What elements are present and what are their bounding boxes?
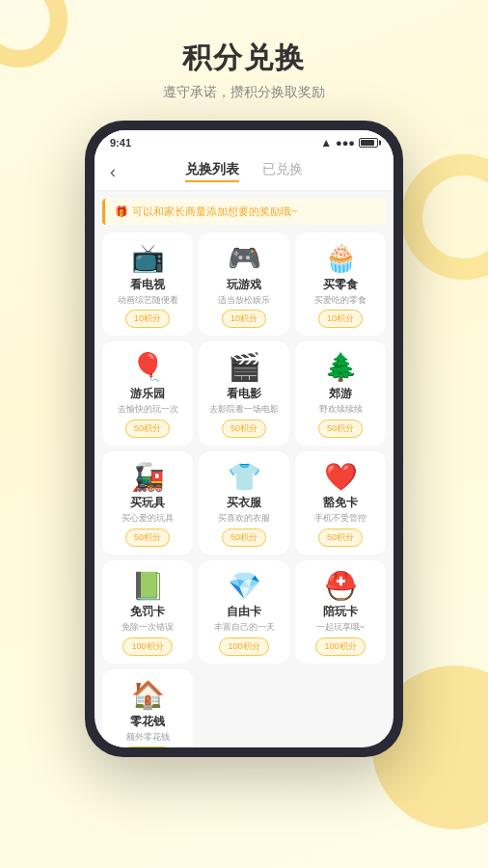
reward-points: 100积分 bbox=[122, 637, 172, 656]
back-button[interactable]: ‹ bbox=[110, 162, 133, 182]
wifi-icon: ▲ bbox=[320, 136, 332, 149]
reward-emoji: ❤️ bbox=[324, 461, 358, 494]
reward-desc: 去愉快的玩一次 bbox=[118, 404, 178, 416]
reward-name: 游乐园 bbox=[130, 386, 165, 402]
reward-name: 郊游 bbox=[329, 386, 352, 402]
reward-desc: 买喜欢的衣服 bbox=[218, 513, 270, 525]
reward-item[interactable]: 🎬 看电影 去影院看一场电影 50积分 bbox=[199, 341, 289, 445]
reward-name: 看电影 bbox=[227, 386, 261, 402]
reward-item[interactable]: 🧁 买零食 买爱吃的零食 10积分 bbox=[295, 232, 386, 336]
page-header: 积分兑换 遵守承诺，攒积分换取奖励 bbox=[163, 39, 325, 101]
bg-circle-right bbox=[401, 154, 488, 280]
reward-name: 买衣服 bbox=[227, 495, 261, 511]
reward-desc: 适当放松娱乐 bbox=[218, 295, 270, 307]
status-bar: 9:41 ▲ ●●● bbox=[95, 130, 393, 153]
reward-emoji: 📺 bbox=[131, 242, 165, 275]
reward-desc: 野欢续续续 bbox=[319, 404, 363, 416]
phone-inner: 9:41 ▲ ●●● ‹ 兑换列表 已兑换 🎁 可以和家长商量添加想要的奖励哦~ bbox=[95, 130, 393, 747]
tip-text: 可以和家长商量添加想要的奖励哦~ bbox=[132, 204, 297, 219]
reward-desc: 一起玩享哦~ bbox=[316, 622, 365, 634]
status-time: 9:41 bbox=[110, 137, 131, 149]
reward-item[interactable]: 🚂 买玩具 买心爱的玩具 50积分 bbox=[102, 451, 193, 555]
reward-desc: 买心爱的玩具 bbox=[122, 513, 174, 525]
reward-name: 豁免卡 bbox=[323, 495, 358, 511]
reward-name: 玩游戏 bbox=[227, 277, 261, 293]
reward-points: 100积分 bbox=[315, 637, 365, 656]
reward-item[interactable]: 🌲 郊游 野欢续续续 50积分 bbox=[295, 341, 386, 445]
reward-desc: 免除一次错误 bbox=[122, 622, 174, 634]
reward-points: 10积分 bbox=[125, 310, 170, 328]
reward-points: 10积分 bbox=[318, 310, 363, 328]
reward-points: 50积分 bbox=[222, 529, 266, 547]
reward-points: 50积分 bbox=[125, 420, 170, 438]
reward-item[interactable]: ❤️ 豁免卡 手机不受管控 50积分 bbox=[295, 451, 386, 555]
reward-emoji: 🚂 bbox=[131, 461, 165, 494]
reward-points: 50积分 bbox=[222, 420, 266, 438]
reward-desc: 手机不受管控 bbox=[314, 513, 366, 525]
reward-points: 50积分 bbox=[318, 529, 363, 547]
bg-circle-top-left bbox=[0, 0, 68, 68]
reward-emoji: ⛑️ bbox=[324, 570, 358, 603]
reward-name: 买玩具 bbox=[130, 495, 165, 511]
rewards-grid: 📺 看电视 动画综艺随便看 10积分 🎮 玩游戏 适当放松娱乐 10积分 🧁 买… bbox=[95, 229, 393, 747]
reward-emoji: 🎬 bbox=[228, 351, 261, 384]
signal-icon: ●●● bbox=[336, 137, 355, 149]
reward-points: 50积分 bbox=[318, 420, 363, 438]
phone-mockup: 9:41 ▲ ●●● ‹ 兑换列表 已兑换 🎁 可以和家长商量添加想要的奖励哦~ bbox=[85, 121, 403, 757]
reward-emoji: 🎮 bbox=[228, 242, 261, 275]
status-icons: ▲ ●●● bbox=[320, 136, 378, 149]
reward-item[interactable]: 👕 买衣服 买喜欢的衣服 50积分 bbox=[199, 451, 289, 555]
reward-emoji: 🧁 bbox=[324, 242, 358, 275]
reward-item[interactable]: 🏠 零花钱 额外零花钱 100积分 bbox=[102, 669, 193, 747]
reward-item[interactable]: 💎 自由卡 丰富自己的一天 100积分 bbox=[199, 560, 289, 664]
reward-item[interactable]: 🎮 玩游戏 适当放松娱乐 10积分 bbox=[199, 232, 289, 336]
reward-points: 50积分 bbox=[125, 529, 170, 547]
reward-name: 看电视 bbox=[130, 277, 165, 293]
reward-desc: 丰富自己的一天 bbox=[214, 622, 275, 634]
reward-points: 100积分 bbox=[122, 746, 172, 747]
reward-name: 自由卡 bbox=[227, 604, 261, 620]
reward-name: 陪玩卡 bbox=[323, 604, 358, 620]
tab-exchange-list[interactable]: 兑换列表 bbox=[185, 161, 239, 182]
reward-emoji: 📗 bbox=[131, 570, 165, 603]
reward-desc: 动画综艺随便看 bbox=[118, 295, 178, 307]
reward-desc: 买爱吃的零食 bbox=[314, 295, 366, 307]
reward-emoji: 🏠 bbox=[131, 679, 165, 712]
tip-icon: 🎁 bbox=[115, 205, 128, 218]
battery-fill bbox=[361, 140, 374, 146]
reward-points: 10积分 bbox=[222, 310, 266, 328]
reward-item[interactable]: 🎈 游乐园 去愉快的玩一次 50积分 bbox=[102, 341, 193, 445]
nav-tabs: 兑换列表 已兑换 bbox=[133, 161, 355, 182]
reward-desc: 去影院看一场电影 bbox=[209, 404, 279, 416]
tip-banner: 🎁 可以和家长商量添加想要的奖励哦~ bbox=[102, 199, 386, 225]
reward-emoji: 💎 bbox=[228, 570, 261, 603]
page-subtitle: 遵守承诺，攒积分换取奖励 bbox=[163, 84, 325, 101]
reward-item[interactable]: 📗 免罚卡 免除一次错误 100积分 bbox=[102, 560, 193, 664]
reward-emoji: 🎈 bbox=[131, 351, 165, 384]
reward-name: 买零食 bbox=[323, 277, 358, 293]
reward-item[interactable]: ⛑️ 陪玩卡 一起玩享哦~ 100积分 bbox=[295, 560, 386, 664]
reward-name: 零花钱 bbox=[130, 714, 165, 730]
reward-emoji: 👕 bbox=[228, 461, 261, 494]
tab-exchanged[interactable]: 已兑换 bbox=[262, 161, 303, 182]
battery-icon bbox=[359, 138, 378, 148]
reward-points: 100积分 bbox=[219, 637, 268, 656]
reward-item[interactable]: 📺 看电视 动画综艺随便看 10积分 bbox=[102, 232, 193, 336]
nav-bar: ‹ 兑换列表 已兑换 bbox=[95, 153, 393, 191]
reward-name: 免罚卡 bbox=[130, 604, 165, 620]
reward-emoji: 🌲 bbox=[324, 351, 358, 384]
page-title: 积分兑换 bbox=[163, 39, 325, 78]
reward-desc: 额外零花钱 bbox=[126, 732, 170, 744]
